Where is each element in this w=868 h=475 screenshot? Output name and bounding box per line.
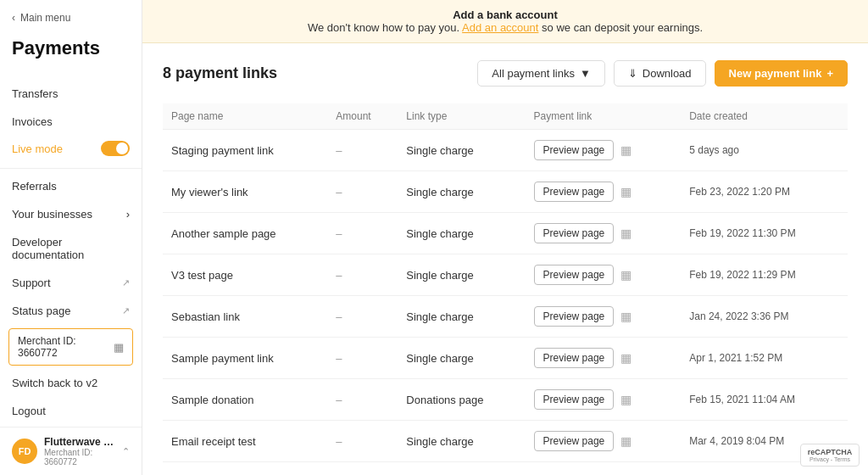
sidebar: ‹ Main menu Payments Transfers Invoices … <box>0 0 142 475</box>
cell-amount: – <box>327 421 398 462</box>
bank-account-banner: Add a bank account We don't know how to … <box>142 0 868 43</box>
cell-page-name: Another sample page <box>163 213 327 254</box>
copy-link-icon[interactable]: ▦ <box>620 393 632 406</box>
main-menu-link[interactable]: ‹ Main menu <box>12 12 130 24</box>
cell-payment-link: Preview page ▦ <box>526 171 682 213</box>
copy-link-icon[interactable]: ▦ <box>620 268 632 282</box>
chevron-right-icon: › <box>126 208 130 221</box>
live-mode-toggle[interactable] <box>101 141 130 156</box>
sidebar-item-status-page[interactable]: Status page ↗ <box>0 297 142 325</box>
sidebar-item-switch-back[interactable]: Switch back to v2 <box>0 369 142 397</box>
copy-link-icon[interactable]: ▦ <box>620 185 632 198</box>
external-link-icon-2: ↗ <box>122 305 130 316</box>
table-row: V3 test page – Single charge Preview pag… <box>163 254 848 296</box>
sidebar-item-support[interactable]: Support ↗ <box>0 269 142 297</box>
sidebar-item-invoices[interactable]: Invoices <box>0 108 142 136</box>
download-button[interactable]: ⇓ Download <box>614 60 706 87</box>
copy-link-icon[interactable]: ▦ <box>620 143 632 157</box>
table-row: Another sample page – Single charge Prev… <box>163 213 848 254</box>
copy-link-icon[interactable]: ▦ <box>620 434 632 448</box>
copy-link-icon[interactable]: ▦ <box>620 351 632 365</box>
banner-description: We don't know how to pay you. <box>308 21 459 34</box>
sidebar-item-logout[interactable]: Logout <box>0 397 142 425</box>
cell-page-name: Sample payment link <box>163 338 327 379</box>
add-account-link[interactable]: Add an account <box>462 21 538 34</box>
divider-1 <box>0 168 142 169</box>
sidebar-item-businesses[interactable]: Your businesses › <box>0 200 142 228</box>
cell-page-name: Sebastian link <box>163 296 327 338</box>
sidebar-top: ‹ Main menu Payments <box>0 0 142 80</box>
cell-amount: – <box>327 338 398 379</box>
merchant-id-box: Merchant ID: 3660772 ▦ <box>8 328 133 366</box>
preview-page-button[interactable]: Preview page <box>534 223 615 243</box>
sidebar-item-referrals[interactable]: Referrals <box>0 172 142 200</box>
cell-page-name: Staging payment link <box>163 130 327 171</box>
cell-date: Apr 1, 2021 1:52 PM <box>681 338 848 379</box>
page-title: 8 payment links <box>163 64 277 82</box>
col-payment-link: Payment link <box>526 103 682 130</box>
sidebar-bottom: FD Flutterwave Devel... Merchant ID: 366… <box>0 427 142 475</box>
copy-link-icon[interactable]: ▦ <box>620 226 632 240</box>
preview-page-button[interactable]: Preview page <box>534 306 615 327</box>
recaptcha-badge: reCAPTCHA Privacy - Terms <box>800 444 860 467</box>
cell-date: Jan 24, 2022 3:36 PM <box>681 296 848 338</box>
cell-page-name: Email receipt test <box>163 421 327 462</box>
table-row: Email receipt test – Single charge Previ… <box>163 421 848 462</box>
copy-link-icon[interactable]: ▦ <box>620 310 632 323</box>
all-payment-links-button[interactable]: All payment links ▼ <box>477 60 604 87</box>
cell-amount: – <box>327 379 398 421</box>
cell-payment-link: Preview page ▦ <box>526 379 682 421</box>
preview-page-button[interactable]: Preview page <box>534 265 615 285</box>
cell-link-type: Single charge <box>398 421 525 462</box>
table-row: Sebastian link – Single charge Preview p… <box>163 296 848 338</box>
copy-merchant-id-icon[interactable]: ▦ <box>114 341 124 354</box>
chevron-down-icon: ▼ <box>580 67 591 80</box>
cell-payment-link: Preview page ▦ <box>526 296 682 338</box>
cell-payment-link: Preview page ▦ <box>526 130 682 171</box>
user-name: Flutterwave Devel... <box>44 436 115 448</box>
cell-link-type: Single charge <box>398 213 525 254</box>
payment-links-table: Page name Amount Link type Payment link … <box>163 103 848 462</box>
cell-amount: – <box>327 130 398 171</box>
preview-page-button[interactable]: Preview page <box>534 182 615 202</box>
cell-page-name: V3 test page <box>163 254 327 296</box>
table-row: Sample donation – Donations page Preview… <box>163 379 848 421</box>
user-chevron-icon[interactable]: ⌃ <box>122 446 130 457</box>
avatar: FD <box>12 439 37 464</box>
table-row: Staging payment link – Single charge Pre… <box>163 130 848 171</box>
col-link-type: Link type <box>398 103 525 130</box>
table-header: Page name Amount Link type Payment link … <box>163 103 848 130</box>
cell-date: 5 days ago <box>681 130 848 171</box>
preview-page-button[interactable]: Preview page <box>534 389 615 410</box>
cell-amount: – <box>327 171 398 213</box>
user-merchant-id: Merchant ID: 3660772 <box>44 448 115 467</box>
sidebar-app-title: Payments <box>12 37 130 59</box>
banner-title: Add a bank account <box>453 8 558 21</box>
cell-link-type: Single charge <box>398 254 525 296</box>
cell-date: Feb 19, 2022 11:30 PM <box>681 213 848 254</box>
payments-content: 8 payment links All payment links ▼ ⇓ Do… <box>142 43 868 475</box>
sidebar-item-transfers[interactable]: Transfers <box>0 80 142 108</box>
cell-amount: – <box>327 296 398 338</box>
preview-page-button[interactable]: Preview page <box>534 348 615 368</box>
col-date-created: Date created <box>681 103 848 130</box>
live-mode-label: Live mode <box>12 142 63 155</box>
live-mode-row: Live mode <box>0 136 142 165</box>
cell-amount: – <box>327 254 398 296</box>
cell-amount: – <box>327 213 398 254</box>
cell-payment-link: Preview page ▦ <box>526 213 682 254</box>
preview-page-button[interactable]: Preview page <box>534 140 615 160</box>
cell-page-name: My viewer's link <box>163 171 327 213</box>
preview-page-button[interactable]: Preview page <box>534 431 615 451</box>
cell-link-type: Donations page <box>398 379 525 421</box>
table-body: Staging payment link – Single charge Pre… <box>163 130 848 462</box>
cell-date: Feb 19, 2022 11:29 PM <box>681 254 848 296</box>
cell-payment-link: Preview page ▦ <box>526 338 682 379</box>
cell-payment-link: Preview page ▦ <box>526 254 682 296</box>
cell-page-name: Sample donation <box>163 379 327 421</box>
user-row[interactable]: FD Flutterwave Devel... Merchant ID: 366… <box>12 436 130 467</box>
content-header: 8 payment links All payment links ▼ ⇓ Do… <box>163 60 848 87</box>
main-content: Add a bank account We don't know how to … <box>142 0 868 475</box>
new-payment-link-button[interactable]: New payment link + <box>715 60 848 87</box>
sidebar-item-developer-docs[interactable]: Developer documentation <box>0 228 142 269</box>
